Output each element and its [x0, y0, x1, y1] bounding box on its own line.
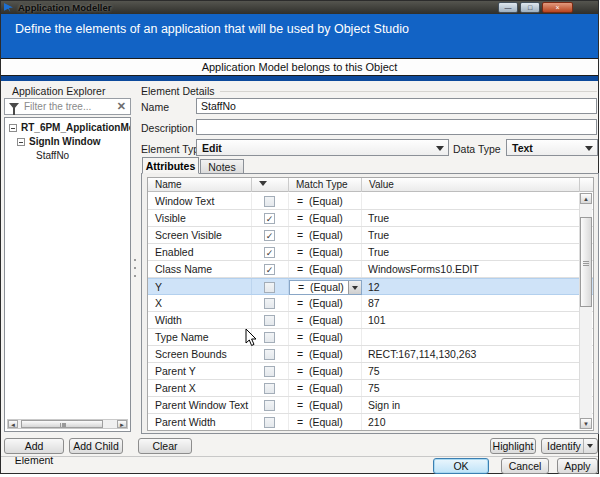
- grid-scrollbar-thumb[interactable]: [580, 217, 592, 307]
- tree-item[interactable]: StaffNo: [5, 149, 130, 163]
- tree-filter-box[interactable]: ✕: [4, 98, 131, 115]
- attribute-value-cell[interactable]: [362, 329, 580, 345]
- match-checkbox[interactable]: [264, 400, 275, 411]
- description-field[interactable]: [196, 119, 597, 135]
- identify-dropdown-icon[interactable]: [583, 439, 597, 453]
- grid-vertical-scrollbar[interactable]: ▲ ▼: [579, 193, 592, 429]
- tree-scrollbar-thumb[interactable]: [21, 420, 103, 428]
- match-checkbox[interactable]: [264, 315, 275, 326]
- column-header-value[interactable]: Value: [362, 178, 580, 192]
- match-checkbox[interactable]: ✓: [264, 213, 275, 224]
- tab-notes[interactable]: Notes: [200, 159, 244, 174]
- attribute-value-cell[interactable]: True: [362, 227, 580, 243]
- table-row[interactable]: Y =(Equal) 12: [148, 278, 593, 295]
- attribute-value-cell[interactable]: 12: [362, 279, 580, 294]
- application-explorer-tree[interactable]: RT_6PM_ApplicationModulerSignIn WindowSt…: [4, 117, 131, 432]
- match-type-cell[interactable]: =(Equal): [289, 414, 362, 430]
- attribute-value-cell[interactable]: 75: [362, 363, 580, 379]
- panel-splitter[interactable]: [132, 253, 137, 283]
- match-type-cell[interactable]: =(Equal): [289, 227, 362, 243]
- table-row[interactable]: Width =(Equal) 101: [148, 312, 593, 329]
- match-type-cell[interactable]: =(Equal): [289, 193, 362, 209]
- table-row[interactable]: Visible ✓ =(Equal) True: [148, 210, 593, 227]
- table-row[interactable]: Screen Bounds =(Equal) RECT:167,114,130,…: [148, 346, 593, 363]
- attribute-value-cell[interactable]: 210: [362, 414, 580, 430]
- match-checkbox[interactable]: [264, 332, 275, 343]
- attribute-value-cell[interactable]: Sign in: [362, 397, 580, 413]
- ok-button[interactable]: OK: [433, 458, 489, 474]
- column-header-name[interactable]: Name: [148, 178, 252, 192]
- match-checkbox[interactable]: [264, 383, 275, 394]
- table-row[interactable]: Screen Visible ✓ =(Equal) True: [148, 227, 593, 244]
- tree-item[interactable]: RT_6PM_ApplicationModuler: [5, 121, 130, 135]
- match-type-cell[interactable]: =(Equal): [289, 261, 362, 277]
- match-type-cell[interactable]: =(Equal): [289, 210, 362, 226]
- column-header-match-type[interactable]: Match Type: [289, 178, 362, 192]
- table-row[interactable]: Parent Y =(Equal) 75: [148, 363, 593, 380]
- minimize-button[interactable]: —: [498, 2, 518, 13]
- match-type-value: (Equal): [309, 261, 343, 277]
- match-checkbox[interactable]: [264, 417, 275, 428]
- table-row[interactable]: Parent X =(Equal) 75: [148, 380, 593, 397]
- match-type-cell[interactable]: =(Equal): [289, 346, 362, 362]
- match-checkbox[interactable]: ✓: [264, 230, 275, 241]
- scroll-up-icon[interactable]: ▲: [580, 193, 592, 204]
- attribute-value-cell[interactable]: True: [362, 210, 580, 226]
- table-row[interactable]: Class Name ✓ =(Equal) WindowsForms10.EDI…: [148, 261, 593, 278]
- add-element-button[interactable]: Add Element: [4, 438, 64, 454]
- tree-filter-input[interactable]: [22, 100, 112, 113]
- tree-expander-minus-icon[interactable]: [17, 138, 25, 146]
- match-type-cell[interactable]: =(Equal): [289, 295, 362, 311]
- match-checkbox[interactable]: [264, 298, 275, 309]
- clear-button[interactable]: Clear: [138, 438, 192, 454]
- match-type-cell[interactable]: =(Equal): [289, 280, 362, 295]
- match-type-cell[interactable]: =(Equal): [289, 363, 362, 379]
- data-type-select[interactable]: Text: [506, 139, 598, 156]
- cancel-button[interactable]: Cancel: [501, 458, 549, 474]
- match-type-cell[interactable]: =(Equal): [289, 244, 362, 260]
- element-type-select[interactable]: Edit: [196, 139, 449, 156]
- table-row[interactable]: X =(Equal) 87: [148, 295, 593, 312]
- attribute-value-cell[interactable]: 101: [362, 312, 580, 328]
- match-type-cell[interactable]: =(Equal): [289, 397, 362, 413]
- scroll-left-icon[interactable]: ◄: [8, 420, 18, 428]
- filter-icon[interactable]: [259, 180, 267, 188]
- table-row[interactable]: Parent Width =(Equal) 210: [148, 414, 593, 431]
- table-row[interactable]: Type Name =(Equal): [148, 329, 593, 346]
- attribute-value-cell[interactable]: 87: [362, 295, 580, 311]
- column-header-match-enabled[interactable]: Mat...: [252, 178, 289, 192]
- match-type-cell[interactable]: =(Equal): [289, 380, 362, 396]
- attribute-value-cell[interactable]: WindowsForms10.EDIT: [362, 261, 580, 277]
- highlight-button[interactable]: Highlight: [490, 438, 536, 454]
- match-type-cell[interactable]: =(Equal): [289, 312, 362, 328]
- match-type-dropdown-icon[interactable]: [348, 281, 361, 294]
- tree-horizontal-scrollbar[interactable]: ◄ ►: [7, 419, 128, 429]
- identify-button[interactable]: Identify: [541, 438, 598, 454]
- match-checkbox[interactable]: ✓: [264, 247, 275, 258]
- name-field[interactable]: [196, 98, 597, 114]
- table-row[interactable]: Enabled ✓ =(Equal) True: [148, 244, 593, 261]
- match-checkbox[interactable]: ✓: [264, 264, 275, 275]
- maximize-button[interactable]: □: [520, 2, 540, 13]
- table-row[interactable]: Parent Window Text =(Equal) Sign in: [148, 397, 593, 414]
- titlebar[interactable]: Application Modeller — □ ×: [1, 1, 598, 14]
- attribute-value-cell[interactable]: True: [362, 244, 580, 260]
- tab-attributes[interactable]: Attributes: [142, 157, 199, 174]
- clear-filter-icon[interactable]: ✕: [117, 100, 126, 113]
- scroll-right-icon[interactable]: ►: [117, 420, 127, 428]
- attribute-value-cell[interactable]: RECT:167,114,130,263: [362, 346, 580, 362]
- match-checkbox[interactable]: [264, 349, 275, 360]
- match-checkbox[interactable]: [264, 366, 275, 377]
- tree-item[interactable]: SignIn Window: [5, 135, 130, 149]
- match-checkbox[interactable]: [264, 196, 275, 207]
- scroll-down-icon[interactable]: ▼: [580, 418, 592, 429]
- match-type-cell[interactable]: =(Equal): [289, 329, 362, 345]
- tree-expander-minus-icon[interactable]: [9, 124, 17, 132]
- table-row[interactable]: Window Text =(Equal): [148, 193, 593, 210]
- attribute-value-cell[interactable]: 75: [362, 380, 580, 396]
- add-child-button[interactable]: Add Child: [69, 438, 123, 454]
- attribute-value-cell[interactable]: [362, 193, 580, 209]
- match-checkbox[interactable]: [264, 282, 275, 293]
- close-button[interactable]: ×: [542, 2, 573, 13]
- apply-button[interactable]: Apply: [557, 458, 598, 474]
